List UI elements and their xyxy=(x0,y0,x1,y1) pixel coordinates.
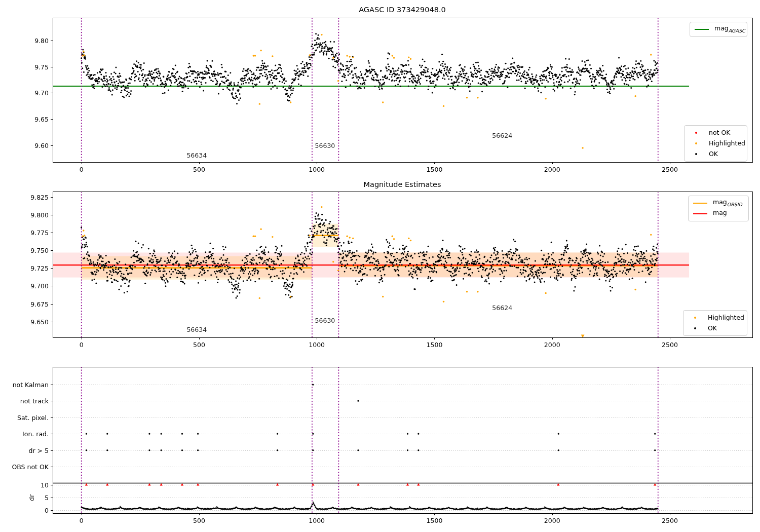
legend-point-classes: not OK Highlighted OK xyxy=(684,125,747,162)
flag-category-label: Sat. pixel. xyxy=(17,413,49,421)
flag-category-label: OBS not OK xyxy=(12,463,49,471)
y-tick-label: 9.650 xyxy=(30,318,49,325)
legend-entry-highlighted: Highlighted xyxy=(689,138,742,148)
y-tick-label: 9.65 xyxy=(34,116,49,123)
obsid-label: 56624 xyxy=(492,132,512,139)
legend-label: Highlighted xyxy=(708,314,744,321)
legend-entry-mag: mag xyxy=(693,209,744,219)
legend-label: mag xyxy=(713,209,727,219)
ok-dot-swatch xyxy=(695,153,698,156)
legend-entry-not-ok: not OK xyxy=(689,128,742,138)
y-tick-label: 9.80 xyxy=(34,37,49,45)
obsid-label: 56630 xyxy=(315,141,335,149)
y-tick-label: 9.800 xyxy=(30,211,49,219)
y-tick-label: 10 xyxy=(41,481,49,488)
legend-label: OK xyxy=(709,150,718,158)
x-tick-label: 0 xyxy=(80,341,84,349)
y-tick-label: 5 xyxy=(45,493,49,501)
y-tick-label: 9.70 xyxy=(34,89,49,97)
legend-label: Highlighted xyxy=(709,140,745,147)
legend-entry-mag-obsid: magOBSID xyxy=(693,198,744,208)
x-tick-label: 500 xyxy=(193,166,205,173)
middle-plot-title: Magnitude Estimates xyxy=(363,180,441,188)
not-ok-dot-swatch xyxy=(695,132,698,134)
x-tick-label: 2000 xyxy=(544,166,560,173)
legend-label: not OK xyxy=(709,129,730,136)
flag-category-label: Ion. rad. xyxy=(22,430,49,438)
y-tick-label: 0 xyxy=(45,506,49,514)
legend-mag-agasc: magAGASC xyxy=(690,22,747,37)
chart-canvas xyxy=(0,0,760,532)
x-tick-label: 1000 xyxy=(309,517,325,524)
y-tick-label: 9.725 xyxy=(30,264,49,272)
top-plot-title: AGASC ID 373429048.0 xyxy=(359,6,446,14)
ok-dot-swatch xyxy=(694,327,697,330)
x-tick-label: 2500 xyxy=(662,517,678,524)
x-tick-label: 2500 xyxy=(662,166,678,173)
mag-agasc-line-swatch xyxy=(695,29,709,30)
y-tick-label: 9.750 xyxy=(30,247,49,254)
flag-category-label: not Kalman xyxy=(13,381,49,389)
x-tick-label: 500 xyxy=(193,341,205,349)
legend-point-classes-middle: Highlighted OK xyxy=(683,310,747,336)
x-tick-label: 0 xyxy=(80,517,84,524)
x-tick-label: 1000 xyxy=(309,341,325,349)
x-tick-label: 2000 xyxy=(544,341,560,349)
legend-label: magOBSID xyxy=(713,199,742,208)
flag-category-label: dr > 5 xyxy=(29,446,49,454)
dr-axis-label: dr xyxy=(28,495,35,501)
x-tick-label: 1500 xyxy=(427,166,443,173)
x-tick-label: 1000 xyxy=(309,166,325,173)
obsid-label: 56634 xyxy=(186,326,207,333)
y-tick-label: 9.60 xyxy=(34,141,49,149)
highlighted-dot-swatch xyxy=(694,317,697,319)
legend-entry-mag-agasc: magAGASC xyxy=(695,24,742,34)
highlighted-dot-swatch xyxy=(695,142,698,145)
legend-entry-ok: OK xyxy=(688,323,742,333)
x-tick-label: 2000 xyxy=(544,517,560,524)
legend-entry-ok: OK xyxy=(689,149,742,159)
y-tick-label: 9.75 xyxy=(34,63,49,70)
legend-label: OK xyxy=(708,325,717,332)
obsid-label: 56624 xyxy=(492,303,512,311)
y-tick-label: 9.775 xyxy=(30,229,49,237)
flag-category-label: not track xyxy=(20,397,49,405)
x-tick-label: 500 xyxy=(193,517,205,524)
x-tick-label: 0 xyxy=(80,166,84,173)
y-tick-label: 9.700 xyxy=(30,282,49,290)
y-tick-label: 9.675 xyxy=(30,300,49,308)
obsid-label: 56634 xyxy=(186,151,207,159)
obsid-label: 56630 xyxy=(315,316,335,324)
legend-label: magAGASC xyxy=(714,25,745,34)
legend-mag-lines: magOBSID mag xyxy=(688,196,749,221)
x-tick-label: 1500 xyxy=(427,341,443,349)
mag-line-swatch xyxy=(693,213,707,215)
mag-obsid-line-swatch xyxy=(693,203,707,204)
y-tick-label: 9.825 xyxy=(30,193,49,201)
legend-entry-highlighted: Highlighted xyxy=(688,313,742,323)
x-tick-label: 2500 xyxy=(662,341,678,349)
x-tick-label: 1500 xyxy=(427,517,443,524)
